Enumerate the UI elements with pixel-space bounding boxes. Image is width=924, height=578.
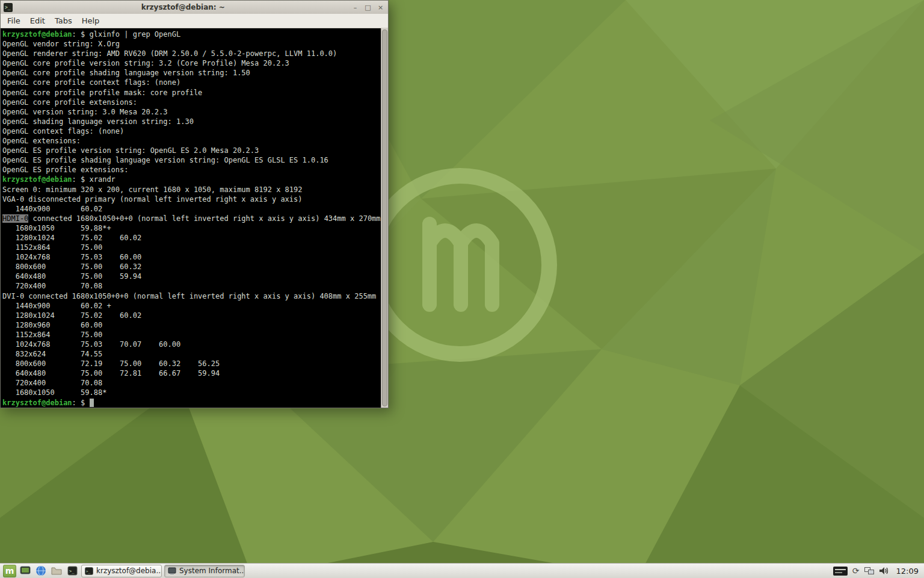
terminal-line: 1440x900 60.02 + [2,301,381,311]
volume-icon[interactable] [879,567,889,575]
mint-logo-icon: m [5,567,14,575]
terminal-output: krzysztof@debian: $ glxinfo | grep OpenG… [1,28,381,408]
taskbar: m >_ [0,563,924,578]
terminal-scrollbar[interactable] [381,28,388,408]
terminal-line: 1024x768 75.03 60.00 [2,252,381,262]
terminal-line: 1280x1024 75.02 60.02 [2,233,381,243]
terminal-line: Screen 0: minimum 320 x 200, current 168… [2,185,381,194]
terminal-line: krzysztof@debian: $ [2,398,381,408]
terminal-line: DVI-0 connected 1680x1050+0+0 (normal le… [2,291,381,301]
terminal-titlebar[interactable]: >_ krzysztof@debian: ~ – □ × [1,1,388,14]
terminal-line: OpenGL core profile version string: 3.2 … [2,58,381,68]
terminal-line: 1152x864 75.00 [2,243,381,252]
terminal-line: 1680x1050 59.88* [2,388,381,397]
terminal-line: OpenGL vendor string: X.Org [2,39,381,49]
menu-item-edit[interactable]: Edit [26,15,49,26]
minimize-icon[interactable]: – [351,4,360,11]
keyboard-layout-icon[interactable] [833,567,848,576]
terminal-scrollbar-thumb[interactable] [382,30,387,406]
task-button-terminal[interactable]: >_ krzysztof@debia... [81,565,162,577]
terminal-launcher-icon: >_ [67,566,78,576]
terminal-line: VGA-0 disconnected primary (normal left … [2,194,381,204]
web-browser-button[interactable] [34,565,48,577]
terminal-icon: >_ [85,567,93,575]
system-tray: ⟳ 12:09 [833,567,921,576]
menu-item-help[interactable]: Help [78,15,104,26]
terminal-menubar: File Edit Tabs Help [1,14,388,28]
terminal-line: 640x480 75.00 72.81 66.67 59.94 [2,368,381,378]
terminal-line: OpenGL ES profile extensions: [2,165,381,175]
terminal-line: HDMI-0 connected 1680x1050+0+0 (normal l… [2,214,381,223]
task-button-label: System Informat... [179,567,245,575]
network-icon[interactable] [864,567,874,575]
terminal-window-icon: >_ [4,3,13,12]
terminal-content: krzysztof@debian: $ glxinfo | grep OpenG… [1,28,388,408]
terminal-line: 1152x864 75.00 [2,330,381,340]
show-desktop-icon [20,566,31,576]
terminal-line: 800x600 72.19 75.00 60.32 56.25 [2,359,381,368]
terminal-window-title: krzysztof@debian: ~ [15,3,351,11]
desktop: Computer Home >_ LXTerminal m System Inf… [0,0,924,578]
show-desktop-button[interactable] [19,565,32,577]
file-manager-button[interactable] [50,565,63,577]
terminal-line: OpenGL ES profile shading language versi… [2,155,381,165]
terminal-line: OpenGL context flags: (none) [2,126,381,136]
terminal-line: 1680x1050 59.88*+ [2,223,381,233]
system-information-icon [168,567,176,575]
terminal-line: OpenGL core profile shading language ver… [2,68,381,78]
terminal-line: 720x400 70.08 [2,378,381,388]
terminal-line: 800x600 75.00 60.32 [2,262,381,272]
task-button-system-information[interactable]: System Informat... [164,565,245,577]
clock[interactable]: 12:09 [894,567,921,576]
menu-item-tabs[interactable]: Tabs [51,15,76,26]
menu-button[interactable]: m [3,565,16,577]
maximize-icon[interactable]: □ [364,4,372,11]
updates-icon[interactable]: ⟳ [852,567,860,575]
svg-text:>_: >_ [69,569,75,574]
terminal-launcher-button[interactable]: >_ [66,565,79,577]
terminal-line: OpenGL version string: 3.0 Mesa 20.2.3 [2,107,381,117]
task-button-label: krzysztof@debia... [96,567,162,575]
terminal-line: OpenGL ES profile version string: OpenGL… [2,146,381,155]
close-icon[interactable]: × [377,4,385,11]
terminal-line: 1024x768 75.03 70.07 60.00 [2,340,381,349]
terminal-line: 1280x1024 75.02 60.02 [2,311,381,320]
terminal-line: OpenGL core profile extensions: [2,98,381,107]
terminal-line: OpenGL core profile profile mask: core p… [2,88,381,98]
terminal-window: >_ krzysztof@debian: ~ – □ × File Edit T… [0,0,389,408]
terminal-line: OpenGL core profile context flags: (none… [2,78,381,87]
terminal-line: 1280x960 60.00 [2,320,381,330]
terminal-line: OpenGL shading language version string: … [2,117,381,126]
menu-item-file[interactable]: File [3,15,25,26]
file-manager-icon [51,567,62,576]
terminal-line: krzysztof@debian: $ glxinfo | grep OpenG… [2,30,381,39]
svg-text:>_: >_ [86,569,91,574]
terminal-line: 640x480 75.00 59.94 [2,272,381,281]
terminal-line: krzysztof@debian: $ xrandr [2,175,381,184]
terminal-line: 1440x900 60.02 [2,204,381,214]
terminal-line: 720x400 70.08 [2,281,381,291]
terminal-line: OpenGL renderer string: AMD RV620 (DRM 2… [2,49,381,58]
browser-globe-icon [35,565,46,576]
terminal-line: OpenGL extensions: [2,136,381,146]
terminal-line: 832x624 74.55 [2,349,381,359]
